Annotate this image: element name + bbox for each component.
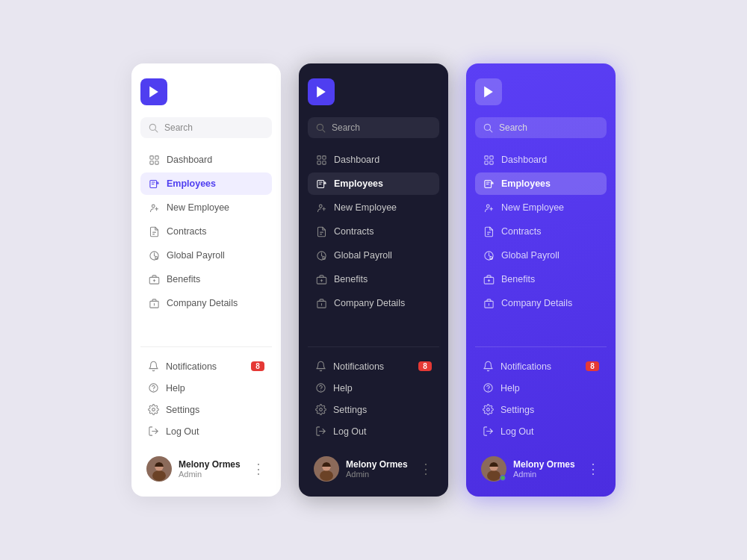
nav-item-new-employee[interactable]: New Employee	[475, 196, 607, 219]
svg-line-58	[490, 130, 492, 132]
bottom-item-help[interactable]: Help	[140, 378, 272, 398]
app-logo[interactable]	[140, 78, 167, 105]
svg-rect-59	[484, 155, 487, 158]
sidebar-dark: Search DashboardEmployeesNew EmployeeCon…	[299, 63, 448, 497]
nav-item-contracts[interactable]: Contracts	[140, 220, 272, 243]
bottom-label-help: Help	[500, 383, 520, 393]
nav-item-global-payroll[interactable]: Global Payroll	[140, 244, 272, 267]
svg-line-2	[155, 130, 158, 132]
nav-label-contracts: Contracts	[167, 226, 207, 237]
nav-label-dashboard: Dashboard	[501, 155, 547, 165]
search-icon	[148, 122, 158, 133]
bottom-item-settings[interactable]: Settings	[475, 399, 607, 420]
nav-item-employees[interactable]: Employees	[308, 172, 439, 195]
bottom-section: Notifications8HelpSettingsLog Out Melony…	[308, 346, 439, 482]
bottom-item-settings[interactable]: Settings	[140, 399, 272, 420]
bottom-item-help[interactable]: Help	[475, 378, 607, 398]
bottom-label-notifications: Notifications	[500, 361, 551, 372]
svg-point-8	[152, 205, 155, 208]
dashboard-icon	[315, 154, 327, 166]
user-footer: Melony Ormes Admin ⋮	[308, 449, 439, 482]
payroll-icon	[315, 249, 327, 261]
bottom-item-logout[interactable]: Log Out	[475, 421, 607, 441]
nav-label-global-payroll: Global Payroll	[167, 250, 225, 261]
search-placeholder: Search	[332, 122, 360, 133]
nav-item-employees[interactable]: Employees	[140, 172, 272, 195]
bottom-label-notifications: Notifications	[166, 361, 217, 372]
company-icon	[148, 297, 160, 309]
search-box[interactable]: Search	[475, 117, 607, 138]
svg-point-36	[319, 205, 322, 208]
search-placeholder: Search	[499, 122, 527, 133]
search-box[interactable]: Search	[308, 117, 439, 138]
bottom-item-notifications[interactable]: Notifications8	[475, 356, 607, 376]
nav-label-benefits: Benefits	[167, 274, 200, 284]
bottom-item-notifications[interactable]: Notifications8	[308, 356, 439, 376]
company-icon	[315, 297, 327, 309]
bottom-item-settings[interactable]: Settings	[308, 399, 439, 420]
nav-item-company-details[interactable]: Company Details	[475, 292, 607, 314]
nav-item-contracts[interactable]: Contracts	[475, 220, 607, 243]
svg-rect-61	[484, 161, 487, 164]
svg-point-82	[487, 470, 500, 481]
user-footer: Melony Ormes Admin ⋮	[475, 449, 607, 482]
bottom-label-notifications: Notifications	[333, 361, 384, 372]
user-role: Admin	[513, 470, 580, 479]
nav-label-new-employee: New Employee	[334, 202, 397, 213]
nav-label-global-payroll: Global Payroll	[334, 250, 392, 261]
svg-rect-33	[317, 161, 320, 164]
nav-item-benefits[interactable]: Benefits	[475, 268, 607, 290]
search-box[interactable]: Search	[140, 117, 272, 138]
nav-item-global-payroll[interactable]: Global Payroll	[308, 244, 439, 267]
nav-label-dashboard: Dashboard	[334, 155, 379, 165]
bottom-item-logout[interactable]: Log Out	[308, 421, 439, 441]
svg-rect-3	[149, 155, 152, 158]
nav-item-company-details[interactable]: Company Details	[140, 292, 272, 314]
nav-item-benefits[interactable]: Benefits	[308, 268, 439, 290]
nav-item-dashboard[interactable]: Dashboard	[140, 149, 272, 171]
nav-item-benefits[interactable]: Benefits	[140, 268, 272, 290]
more-options-button[interactable]: ⋮	[252, 462, 266, 476]
svg-point-54	[320, 470, 333, 481]
nav-item-new-employee[interactable]: New Employee	[308, 196, 439, 219]
company-icon	[483, 297, 495, 309]
svg-rect-5	[149, 161, 152, 164]
more-options-button[interactable]: ⋮	[586, 462, 601, 476]
nav-item-company-details[interactable]: Company Details	[308, 292, 439, 314]
bottom-item-help[interactable]: Help	[308, 378, 439, 398]
svg-rect-62	[489, 161, 492, 164]
svg-line-30	[323, 130, 325, 132]
nav-item-employees[interactable]: Employees	[475, 172, 607, 195]
nav-item-new-employee[interactable]: New Employee	[140, 196, 272, 219]
user-info: Melony Ormes Admin	[346, 459, 412, 479]
nav-item-dashboard[interactable]: Dashboard	[475, 149, 607, 171]
app-logo[interactable]	[475, 78, 502, 105]
contracts-icon	[315, 225, 327, 237]
nav-item-contracts[interactable]: Contracts	[308, 220, 439, 243]
nav-label-benefits: Benefits	[334, 274, 368, 284]
more-options-button[interactable]: ⋮	[419, 462, 433, 476]
svg-point-20	[149, 384, 158, 392]
bottom-item-notifications[interactable]: Notifications8	[140, 356, 272, 376]
svg-point-26	[152, 470, 166, 481]
nav-label-global-payroll: Global Payroll	[501, 250, 560, 261]
bottom-label-logout: Log Out	[500, 426, 533, 437]
nav-section: DashboardEmployeesNew EmployeeContractsG…	[308, 149, 439, 346]
payroll-icon	[483, 249, 495, 261]
contracts-icon	[148, 225, 160, 237]
bottom-item-logout[interactable]: Log Out	[140, 421, 272, 441]
user-name: Melony Ormes	[513, 459, 580, 470]
nav-item-dashboard[interactable]: Dashboard	[308, 149, 439, 171]
nav-label-contracts: Contracts	[334, 226, 374, 237]
benefits-icon	[483, 273, 495, 285]
payroll-icon	[148, 249, 160, 261]
nav-item-global-payroll[interactable]: Global Payroll	[475, 244, 607, 267]
employees-icon	[483, 178, 495, 190]
employees-icon	[148, 178, 160, 190]
app-logo[interactable]	[308, 78, 335, 105]
badge-notifications: 8	[418, 361, 432, 371]
svg-rect-34	[322, 161, 325, 164]
svg-rect-31	[317, 155, 320, 158]
nav-section: DashboardEmployeesNew EmployeeContractsG…	[140, 149, 272, 346]
nav-label-company-details: Company Details	[167, 298, 238, 308]
